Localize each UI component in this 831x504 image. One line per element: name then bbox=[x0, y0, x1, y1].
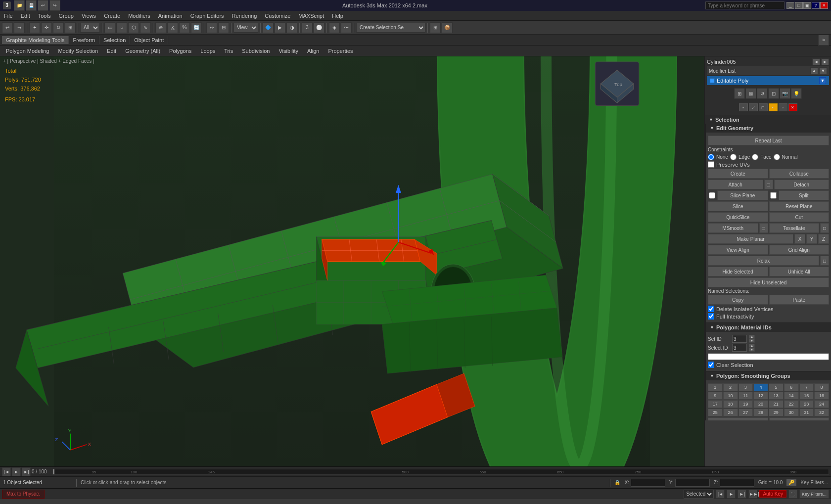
slice-btn[interactable]: Slice bbox=[708, 201, 768, 211]
menu-help[interactable]: Help bbox=[328, 12, 347, 20]
align-btn[interactable]: ⊟ bbox=[218, 22, 229, 33]
asset-tracking-btn[interactable]: 📦 bbox=[442, 22, 453, 33]
geometry-all-tab[interactable]: Geometry (All) bbox=[121, 47, 164, 55]
select-lasso-btn[interactable]: ∿ bbox=[140, 22, 151, 33]
undo-btn[interactable]: ↩ bbox=[2, 22, 13, 33]
select-btn[interactable]: ✦ bbox=[29, 22, 40, 33]
sg-28[interactable]: 28 bbox=[753, 409, 768, 416]
create-selection-dropdown[interactable]: Create Selection Se bbox=[356, 23, 425, 33]
titlebar-btn-2[interactable]: 💾 bbox=[26, 0, 37, 11]
sg-24[interactable]: 24 bbox=[814, 400, 829, 408]
move-btn[interactable]: ✛ bbox=[41, 22, 52, 33]
tl-prev-frame[interactable]: |◄ bbox=[2, 467, 11, 476]
z-coord-input[interactable] bbox=[720, 479, 754, 487]
modifier-down[interactable]: ▼ bbox=[819, 67, 827, 74]
sg-2[interactable]: 2 bbox=[723, 383, 738, 391]
sg-10[interactable]: 10 bbox=[723, 392, 738, 400]
next-key-btn[interactable]: ►| bbox=[738, 490, 746, 499]
flyout-btn[interactable]: ⚪ bbox=[314, 22, 324, 33]
loops-tab[interactable]: Loops bbox=[196, 47, 219, 55]
graphite-modeling-tools-tab[interactable]: Graphite Modeling Tools bbox=[2, 36, 69, 44]
set-key-btn[interactable]: ⚫ bbox=[788, 490, 797, 499]
lights-btn[interactable]: 💡 bbox=[791, 88, 802, 99]
freeform-tab[interactable]: Freeform bbox=[69, 36, 99, 44]
win-help[interactable]: ? bbox=[812, 2, 820, 9]
sg-6[interactable]: 6 bbox=[784, 383, 799, 391]
percent-snap[interactable]: % bbox=[179, 22, 190, 33]
win-restore[interactable]: □ bbox=[795, 2, 803, 9]
modifier-settings[interactable]: ▼ bbox=[819, 77, 826, 84]
msmooth-settings[interactable]: □ bbox=[759, 223, 768, 233]
vertex-mode[interactable]: • bbox=[739, 103, 748, 111]
properties-tab[interactable]: Properties bbox=[324, 47, 357, 55]
set-id-up[interactable]: ▲ bbox=[749, 335, 755, 339]
lock-icon[interactable]: 🔒 bbox=[614, 480, 620, 485]
cylinder-next[interactable]: ► bbox=[821, 58, 829, 65]
create-geo-btn[interactable]: Create bbox=[708, 169, 768, 179]
expand-btn[interactable]: » bbox=[818, 35, 829, 46]
auto-key-btn[interactable]: Auto Key bbox=[759, 490, 786, 498]
modifier-up[interactable]: ▲ bbox=[810, 67, 818, 74]
prev-key-btn[interactable]: |◄ bbox=[716, 490, 725, 499]
visibility-tab[interactable]: Visibility bbox=[275, 47, 302, 55]
x-planar-btn[interactable]: X bbox=[794, 234, 805, 244]
y-coord-input[interactable] bbox=[675, 479, 710, 487]
border-mode[interactable]: ◻ bbox=[759, 103, 768, 111]
3d-btn[interactable]: 3 bbox=[302, 22, 313, 33]
select-fence-btn[interactable]: ⬡ bbox=[128, 22, 139, 33]
sg-26[interactable]: 26 bbox=[723, 409, 738, 416]
key-icon[interactable]: 🔑 bbox=[786, 479, 796, 486]
cut-btn[interactable]: Cut bbox=[769, 212, 830, 222]
set-id-input[interactable] bbox=[732, 335, 747, 343]
tl-play[interactable]: ► bbox=[12, 467, 21, 476]
mirror-btn[interactable]: ⇔ bbox=[206, 22, 217, 33]
make-planar-btn[interactable]: Make Planar bbox=[708, 234, 793, 244]
render-setup-btn[interactable]: 🔷 bbox=[263, 22, 274, 33]
edit-geometry-header[interactable]: ▼ Edit Geometry bbox=[706, 124, 831, 133]
tris-tab[interactable]: Tris bbox=[220, 47, 237, 55]
clear-selection-check[interactable] bbox=[708, 362, 714, 368]
collapse-btn[interactable]: Collapse bbox=[769, 169, 830, 179]
sg-31[interactable]: 31 bbox=[799, 409, 814, 416]
reset-plane-btn[interactable]: Reset Plane bbox=[769, 201, 830, 211]
set-key-filter-btn[interactable]: Key Filters... bbox=[799, 490, 829, 499]
key-filters-btn[interactable]: Key Filters... bbox=[800, 480, 828, 485]
normal-constraint[interactable] bbox=[774, 154, 780, 160]
relax-btn[interactable]: Relax bbox=[708, 256, 819, 266]
clear-all-btn[interactable]: Clear All bbox=[769, 417, 830, 420]
camera-btn[interactable]: 📷 bbox=[780, 88, 790, 99]
menu-views[interactable]: Views bbox=[78, 12, 100, 20]
tessellate-settings[interactable]: □ bbox=[820, 223, 829, 233]
paste-named-btn[interactable]: Paste bbox=[769, 295, 830, 305]
material-ids-header[interactable]: ▼ Polygon: Material IDs bbox=[706, 323, 831, 332]
selection-header[interactable]: ▼ Selection bbox=[705, 115, 831, 124]
rotate-btn[interactable]: ↻ bbox=[53, 22, 64, 33]
play-btn[interactable]: ► bbox=[727, 490, 736, 499]
win-minimize[interactable]: _ bbox=[786, 2, 794, 9]
sg-23[interactable]: 23 bbox=[799, 400, 814, 408]
full-interactivity-check[interactable] bbox=[708, 313, 714, 320]
angle-snap[interactable]: ∡ bbox=[167, 22, 178, 33]
sg-1[interactable]: 1 bbox=[708, 383, 723, 391]
menu-create[interactable]: Create bbox=[100, 12, 124, 20]
menu-maxscript[interactable]: MAXScript bbox=[294, 12, 328, 20]
slice-plane-check[interactable] bbox=[709, 191, 715, 199]
sg-5[interactable]: 5 bbox=[769, 383, 784, 391]
grid-align-btn[interactable]: Grid Align bbox=[769, 245, 830, 255]
viewport[interactable]: + | Perspective | Shaded + Edged Faces |… bbox=[0, 56, 705, 466]
sg-19[interactable]: 19 bbox=[739, 400, 753, 408]
end-btn[interactable]: ►►| bbox=[748, 490, 757, 499]
menu-animation[interactable]: Animation bbox=[154, 12, 186, 20]
menu-graph-editors[interactable]: Graph Editors bbox=[186, 12, 228, 20]
sg-17[interactable]: 17 bbox=[708, 400, 723, 408]
menu-group[interactable]: Group bbox=[54, 12, 78, 20]
sg-9[interactable]: 9 bbox=[708, 392, 723, 400]
activeshade-btn[interactable]: ◑ bbox=[286, 22, 297, 33]
selection-tab[interactable]: Selection bbox=[99, 36, 130, 44]
edge-constraint[interactable] bbox=[730, 154, 737, 160]
win-close[interactable]: ✕ bbox=[820, 2, 828, 9]
titlebar-btn-1[interactable]: 📁 bbox=[14, 0, 25, 11]
timeline-slider[interactable]: 95 100 145 500 550 650 750 850 950 bbox=[52, 469, 829, 475]
msmooth-btn[interactable]: MSmooth bbox=[708, 223, 758, 233]
sg-7[interactable]: 7 bbox=[799, 383, 814, 391]
